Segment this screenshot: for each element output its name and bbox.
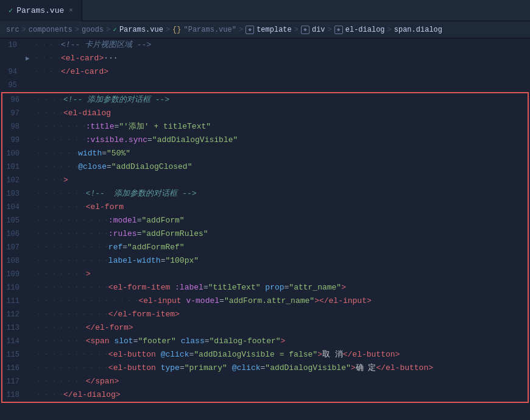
code-line-112: 112 · · · · · · · · · · </el-form-item> xyxy=(2,308,528,321)
line-content: <el-input v-model="addForm.attr_name"></… xyxy=(138,294,528,308)
breadcrumb-eldialog-icon: ◆ xyxy=(334,26,343,34)
code-line-104: 104 · · · · · · · <el-form xyxy=(2,201,528,214)
line-number: 110 xyxy=(2,281,28,294)
line-number: 109 xyxy=(2,268,28,281)
line-number: 97 xyxy=(2,107,28,120)
line-number: 112 xyxy=(2,308,28,321)
line-number: 94 xyxy=(0,65,26,79)
breadcrumb-src: src xyxy=(6,26,19,34)
line-content: > xyxy=(86,268,528,281)
indent-dots: · · · · · · · xyxy=(37,187,86,201)
highlight-region: 96 · · · · <!-- 添加参数的对话框 --> 97 · · · · … xyxy=(1,92,529,403)
code-line-113: 113 · · · · · · · </el-form> xyxy=(2,321,528,335)
line-number: 10 xyxy=(0,38,26,52)
line-number: 95 xyxy=(0,79,26,92)
breadcrumb-template-icon: ◆ xyxy=(246,26,254,34)
tab-close-button[interactable]: × xyxy=(69,7,73,14)
code-line-106: 106 · · · · · · · · · · :rules="addFormR… xyxy=(2,227,528,241)
code-line-103: 103 · · · · · · · <!-- 添加参数的对话框 --> xyxy=(2,187,528,201)
line-number: 103 xyxy=(2,187,28,201)
tab-bar: ✓ Params.vue × xyxy=(0,0,530,21)
indent-dots: · · · · · · · xyxy=(37,375,86,388)
code-line-102: 102 · · · · > xyxy=(2,174,528,187)
indent-dots: · · · · xyxy=(34,52,61,65)
line-content: <el-card>··· xyxy=(61,52,530,65)
code-line-114: 114 · · · · · · · <span slot="footer" cl… xyxy=(2,335,528,348)
line-content: <!-- 卡片视图区域 --> xyxy=(61,38,530,52)
line-content: </el-card> xyxy=(61,65,530,79)
code-line-111: 111 · · · · · · · · · · · · · · <el-inpu… xyxy=(2,294,528,308)
code-line-108: 108 · · · · · · · · · · label-width="100… xyxy=(2,254,528,268)
line-content: </el-form-item> xyxy=(108,308,528,321)
indent-dots: · · · · xyxy=(34,38,61,52)
line-content: :rules="addFormRules" xyxy=(108,227,528,241)
code-line-95: 95 xyxy=(0,79,530,92)
params-vue-tab[interactable]: ✓ Params.vue × xyxy=(0,0,82,21)
line-number: 118 xyxy=(2,388,28,402)
breadcrumb-eldialog: el-dialog xyxy=(345,26,385,34)
line-content: <el-form xyxy=(86,201,528,214)
line-content: <span slot="footer" class="dialog-footer… xyxy=(86,335,528,348)
line-content: :title="'添加' + titleText" xyxy=(86,120,528,133)
code-line-10: 10 · · · · <!-- 卡片视图区域 --> xyxy=(0,38,530,52)
code-line-100: 100 · · · · · · width="50%" xyxy=(2,147,528,160)
indent-dots: · · · · xyxy=(34,65,61,79)
line-content: <el-button @click="addDialogVisible = fa… xyxy=(108,348,528,361)
line-number: 99 xyxy=(2,133,28,147)
indent-dots: · · · · · · · · · · xyxy=(37,227,108,241)
line-number: 106 xyxy=(2,227,28,241)
line-number: 115 xyxy=(2,348,28,361)
code-line-elcard: ▶ · · · · <el-card>··· xyxy=(0,52,530,65)
code-line-98: 98 · · · · · · · :title="'添加' + titleTex… xyxy=(2,120,528,133)
line-content: <!-- 添加参数的对话框 --> xyxy=(63,93,528,107)
breadcrumb-template: template xyxy=(256,26,292,34)
indent-dots: · · · · · · · · · · · · · · xyxy=(37,294,138,308)
line-number: 105 xyxy=(2,214,28,227)
line-content: label-width="100px" xyxy=(108,254,528,268)
indent-dots: · · · · · · · xyxy=(37,268,86,281)
indent-dots: · · · · · · · · · · xyxy=(37,241,108,254)
code-line-101: 101 · · · · · · @close="addDialogClosed" xyxy=(2,160,528,174)
line-number: 100 xyxy=(2,147,28,160)
line-number: 114 xyxy=(2,335,28,348)
code-line-99: 99 · · · · · · · :visible.sync="addDialo… xyxy=(2,133,528,147)
line-number: 102 xyxy=(2,174,28,187)
indent-dots: · · · · · · xyxy=(37,160,78,174)
indent-dots: · · · · · · · · · · xyxy=(37,214,108,227)
indent-dots: · · · · · · · · · · xyxy=(37,361,108,375)
code-line-117: 117 · · · · · · · </span> xyxy=(2,375,528,388)
line-content: <el-button type="primary" @click="addDia… xyxy=(108,361,528,375)
line-number: 117 xyxy=(2,375,28,388)
indent-dots: · · · · · · · · · · xyxy=(37,348,108,361)
code-line-110: 110 · · · · · · · · · · <el-form-item :l… xyxy=(2,281,528,294)
indent-dots: · · · · · · xyxy=(37,147,78,160)
line-number: 113 xyxy=(2,321,28,335)
line-content: </el-dialog> xyxy=(63,388,528,402)
line-number: 104 xyxy=(2,201,28,214)
line-content: </span> xyxy=(86,375,528,388)
code-line-97: 97 · · · · <el-dialog xyxy=(2,107,528,120)
code-line-94: 94 · · · · </el-card> xyxy=(0,65,530,79)
line-number: 107 xyxy=(2,241,28,254)
code-line-116: 116 · · · · · · · · · · <el-button type=… xyxy=(2,361,528,375)
code-line-109: 109 · · · · · · · > xyxy=(2,268,528,281)
line-number: 96 xyxy=(2,93,28,107)
line-number: 111 xyxy=(2,294,28,308)
indent-dots: · · · · xyxy=(37,174,63,187)
line-content: @close="addDialogClosed" xyxy=(78,160,528,174)
line-content: <el-dialog xyxy=(63,107,528,120)
code-line-107: 107 · · · · · · · · · · ref="addFormRef" xyxy=(2,241,528,254)
line-content: > xyxy=(63,174,528,187)
breadcrumb-params-quote: "Params.vue" xyxy=(184,26,236,34)
breadcrumb-goods: goods xyxy=(82,26,104,34)
indent-dots: · · · · · · · xyxy=(37,201,86,214)
line-number: 101 xyxy=(2,160,28,174)
breadcrumb-params-vue: Params.vue xyxy=(119,26,163,34)
breadcrumb-div: div xyxy=(312,26,325,34)
indent-dots: · · · · · · · xyxy=(37,321,86,335)
line-content: width="50%" xyxy=(78,147,528,160)
line-content: <el-form-item :label="titleText" prop="a… xyxy=(108,281,528,294)
indent-dots: · · · · · · · · · · xyxy=(37,308,108,321)
breadcrumb-vue-icon: ✓ xyxy=(113,26,117,34)
breadcrumb-curly: {} xyxy=(172,26,181,34)
